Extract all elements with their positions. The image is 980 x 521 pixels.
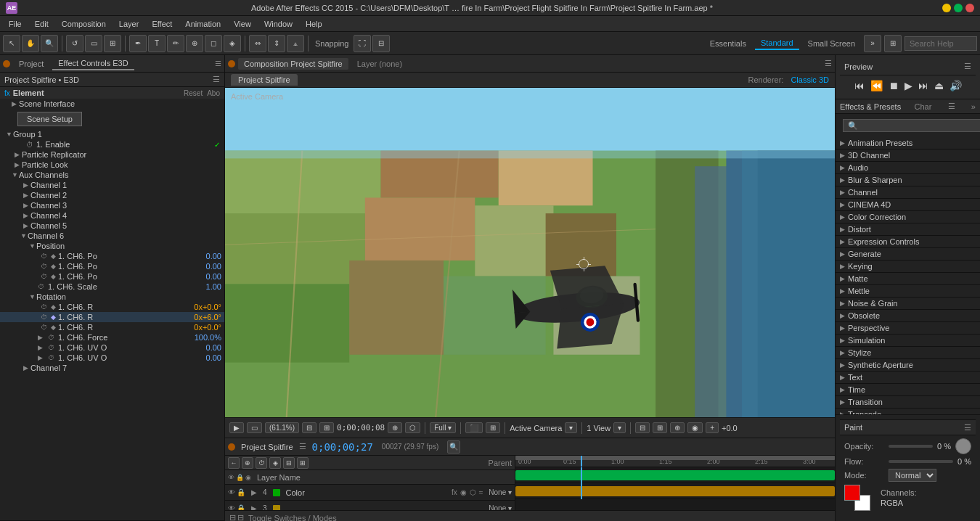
workspace-essentials[interactable]: Essentials (704, 38, 752, 49)
layer-4-track[interactable] (515, 467, 835, 483)
ch6-rot2-row[interactable]: ⏱ ◆ 1. CH6. R 0x+6.0° (0, 312, 224, 322)
tool-rotate[interactable]: ↺ (66, 35, 83, 52)
playhead[interactable] (581, 456, 582, 467)
position-row[interactable]: ▼Position (0, 241, 224, 251)
effects-keying[interactable]: ▶ Keying (836, 260, 980, 273)
channel4-row[interactable]: ▶Channel 4 (0, 210, 224, 221)
about-button[interactable]: Abo (207, 89, 220, 97)
channel7-row[interactable]: ▶Channel 7 (0, 363, 224, 373)
tl-search-btn[interactable]: 🔍 (447, 440, 460, 454)
rotation-row[interactable]: ▼Rotation (0, 292, 224, 302)
tool-brush[interactable]: ✏ (167, 35, 184, 52)
tl-tool-4[interactable]: ◈ (269, 457, 281, 469)
effects-synthetic-aperture[interactable]: ▶ Synthetic Aperture (836, 359, 980, 372)
effects-distort[interactable]: ▶ Distort (836, 223, 980, 236)
tl-tool-5[interactable]: ⊟ (283, 457, 295, 469)
particle-look-row[interactable]: ▶ Particle Look (0, 160, 224, 170)
pixel-ratio[interactable]: ⊞ (486, 422, 500, 433)
ch6-rot3-row[interactable]: ⏱ ◆ 1. CH6. R 0x+0.0° (0, 322, 224, 332)
overlay-plus[interactable]: + (706, 422, 719, 433)
grid-btn[interactable]: ⊞ (319, 422, 334, 433)
effects-audio[interactable]: ▶ Audio (836, 162, 980, 174)
preview-stop[interactable]: ⏹ (887, 78, 900, 93)
effects-perspective[interactable]: ▶ Perspective (836, 322, 980, 335)
layer-color-row[interactable]: 👁 🔒 ▶ 4 Color fx ◉ ⬡ ≈ None ▾ (225, 485, 515, 501)
tab-project[interactable]: Project (13, 58, 49, 70)
preview-first[interactable]: ⏮ (853, 78, 866, 93)
group1-row[interactable]: ▼ Group 1 (0, 129, 224, 139)
minimize-button[interactable] (942, 4, 951, 12)
snapping-opt[interactable]: ⊟ (372, 35, 390, 52)
tool-pen[interactable]: ✒ (129, 35, 147, 52)
mode-dropdown[interactable]: Normal (889, 469, 936, 482)
tool-clone[interactable]: ⊕ (186, 35, 203, 52)
workspace-search[interactable]: ⊞ (884, 35, 902, 52)
menu-animation[interactable]: Animation (179, 18, 226, 30)
maximize-button[interactable] (954, 4, 963, 12)
workspace-small-screen[interactable]: Small Screen (802, 38, 861, 49)
menu-effect[interactable]: Effect (146, 18, 178, 30)
ch6-uvo1-row[interactable]: ▶ ⏱ 1. CH6. UV O 0.00 (0, 342, 224, 353)
workspace-standard[interactable]: Standard (755, 37, 799, 50)
tool-puppet[interactable]: ◈ (224, 35, 241, 52)
effects-3d-channel[interactable]: ▶ 3D Channel (836, 149, 980, 162)
frame-blending[interactable]: ⊟ (302, 422, 317, 433)
view-dropdown[interactable]: ▾ (613, 422, 626, 433)
play-button[interactable]: ▶ (229, 422, 244, 433)
menu-layer[interactable]: Layer (113, 18, 145, 30)
workspace-more[interactable]: » (864, 35, 881, 52)
layer-4-parent[interactable]: None ▾ (489, 488, 512, 496)
window-controls[interactable] (942, 4, 974, 12)
tool-zoom[interactable]: 🔍 (41, 35, 58, 52)
ch6-pos2-row[interactable]: ⏱ ◆ 1. CH6. Po 0.00 (0, 261, 224, 271)
menu-file[interactable]: File (3, 18, 28, 30)
effects-blur-sharpen[interactable]: ▶ Blur & Sharpen (836, 174, 980, 186)
channel2-row[interactable]: ▶Channel 2 (0, 190, 224, 200)
tool-hand[interactable]: ✋ (22, 35, 39, 52)
preview-audio[interactable]: 🔊 (948, 78, 963, 93)
zoom-display[interactable]: (61.1%) (265, 422, 299, 433)
tool-layer[interactable]: ⊞ (104, 35, 121, 52)
layer-3-track[interactable] (515, 483, 835, 499)
preview-menu[interactable]: ☰ (964, 62, 971, 71)
quality-select[interactable]: Full ▾ (430, 422, 456, 433)
tool-select[interactable]: ↖ (3, 35, 20, 52)
tool-eraser[interactable]: ◻ (205, 35, 222, 52)
effects-simulation[interactable]: ▶ Simulation (836, 335, 980, 347)
tool-3d[interactable]: ⟁ (287, 35, 304, 52)
effects-matte[interactable]: ▶ Matte (836, 273, 980, 285)
flow-slider[interactable] (889, 460, 953, 463)
view-opts-3[interactable]: ⊕ (670, 422, 685, 433)
effects-search-input[interactable] (843, 119, 980, 132)
effects-channel[interactable]: ▶ Channel (836, 186, 980, 199)
fx-element-row[interactable]: fx Element Reset Abo (0, 87, 224, 99)
tl-tool-3[interactable]: ⏱ (256, 457, 267, 469)
paint-menu[interactable]: ☰ (964, 423, 971, 432)
effects-obsolete[interactable]: ▶ Obsolete (836, 310, 980, 322)
tool-shape-rect[interactable]: ▭ (85, 35, 102, 52)
view-opts-1[interactable]: ⊟ (635, 422, 650, 433)
effects-menu[interactable]: ☰ (948, 102, 955, 111)
camera-dropdown[interactable]: ▾ (565, 422, 577, 433)
preview-play[interactable]: ▶ (903, 78, 914, 93)
camera-options[interactable]: ⊕ (388, 422, 402, 433)
preview-prev[interactable]: ⏪ (869, 78, 884, 93)
preview-next[interactable]: ⏭ (917, 78, 930, 93)
comp-layer-panel-tab[interactable]: Composition Project Spitfire (238, 58, 348, 70)
channel6-row[interactable]: ▼Channel 6 (0, 231, 224, 241)
effects-color-correction[interactable]: ▶ Color Correction (836, 211, 980, 223)
effects-transition[interactable]: ▶ Transition (836, 396, 980, 409)
snapping-toggle[interactable]: ⛶ (354, 35, 371, 52)
effects-text[interactable]: ▶ Text (836, 372, 980, 384)
chars-tab[interactable]: Char (914, 102, 931, 111)
channel1-row[interactable]: ▶Channel 1 (0, 180, 224, 190)
layer-3-bar[interactable] (515, 486, 835, 496)
layer-4-bar[interactable] (515, 470, 835, 480)
ch6-rot1-row[interactable]: ⏱ ◆ 1. CH6. R 0x+0.0° (0, 302, 224, 312)
effects-trapcode[interactable]: ▶ Trapcode (836, 409, 980, 414)
viewport[interactable]: Active Camera (225, 88, 835, 417)
color-swatches[interactable] (844, 485, 870, 511)
opacity-slider[interactable] (889, 445, 933, 448)
effects-expression-controls[interactable]: ▶ Expression Controls (836, 236, 980, 248)
layer-panel-tab[interactable]: Layer (none) (351, 58, 408, 70)
